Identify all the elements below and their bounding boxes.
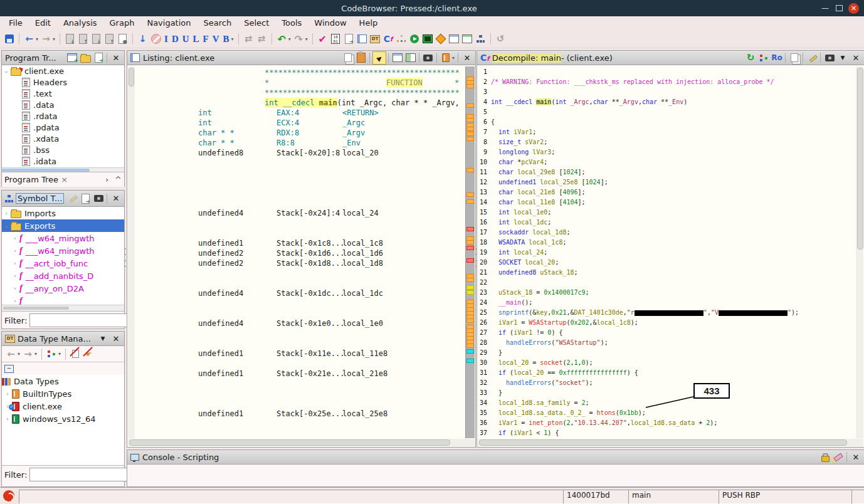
dtm-back-icon[interactable]: ←: [4, 347, 18, 361]
decompile-line[interactable]: 12 undefined1 local_25e8 [1024];: [479, 177, 855, 187]
replay-icon[interactable]: ↺: [494, 32, 507, 46]
change-marker[interactable]: [466, 290, 474, 295]
code-token[interactable]: handleErrors: [506, 379, 551, 386]
tab-close-icon[interactable]: ×: [61, 175, 68, 184]
decompile-line[interactable]: 3: [479, 87, 855, 97]
decompile-line[interactable]: 2/* WARNING: Function: ___chkstk_ms repl…: [479, 77, 855, 87]
menu-navigation[interactable]: Navigation: [140, 17, 197, 29]
decompile-line[interactable]: 20 SOCKET local_20;: [479, 258, 855, 268]
decompile-line[interactable]: 32 handleErrors("socket");: [479, 378, 855, 388]
decompile-line[interactable]: 23 uStack_18 = 0x1400017c9;: [479, 288, 855, 298]
decompile-snapshot-icon[interactable]: [823, 52, 836, 64]
code-token[interactable]: SOCKET: [498, 259, 521, 266]
listing-hscrollbar-thumb[interactable]: [129, 439, 450, 446]
refresh-icon[interactable]: ↻: [744, 52, 757, 64]
code-token[interactable]: WSADATA: [498, 239, 525, 246]
code-token[interactable]: 1024: [586, 179, 601, 186]
code-token[interactable]: [491, 419, 498, 426]
code-token[interactable]: [491, 429, 498, 436]
decompile-line[interactable]: 8 size_t sVar2;: [479, 137, 855, 147]
listing-view-icon[interactable]: [356, 32, 369, 46]
code-token[interactable]: uStack_18: [540, 269, 574, 276]
decompile-line[interactable]: 21 undefined8 uStack_18;: [479, 268, 855, 278]
code-token[interactable]: char: [593, 98, 608, 105]
function-signature[interactable]: int __cdecl main: [265, 98, 337, 108]
expand-icon[interactable]: ⌄: [2, 223, 11, 229]
change-marker[interactable]: [466, 240, 474, 244]
program-tree-item[interactable]: .pdata: [2, 122, 124, 133]
change-marker[interactable]: [466, 359, 474, 363]
code-token[interactable]: char: [642, 98, 657, 105]
decompile-line[interactable]: 33 }: [479, 388, 855, 398]
diamond-icon[interactable]: [435, 32, 448, 46]
console-close-icon[interactable]: ✕: [850, 451, 862, 463]
variable-storage[interactable]: Stack[-0x24]:4: [277, 208, 340, 218]
code-token[interactable]: char: [498, 159, 514, 165]
paste-icon[interactable]: [355, 52, 367, 64]
decompile-copy-icon[interactable]: [788, 52, 801, 64]
change-marker[interactable]: [466, 168, 474, 172]
decompile-line[interactable]: 15 int local_1e0;: [479, 207, 855, 218]
code-token[interactable]: [491, 339, 506, 346]
code-token[interactable]: [491, 229, 498, 236]
change-marker[interactable]: [466, 344, 474, 348]
listing-row[interactable]: ****************************************…: [136, 88, 465, 98]
code-token[interactable]: int: [498, 129, 510, 135]
listing-row[interactable]: int __cdecl main(int _Argc, char * * _Ar…: [136, 98, 465, 108]
code-token[interactable]: iVar1: [514, 129, 532, 135]
disk-image-icon[interactable]: ●: [116, 32, 129, 46]
code-token[interactable]: 4096: [562, 189, 577, 196]
code-token[interactable]: if: [498, 329, 506, 336]
back-dropdown-icon[interactable]: ▾: [36, 36, 38, 42]
dtm-forward-icon[interactable]: →: [21, 347, 34, 361]
code-token[interactable]: inet_pton: [529, 419, 562, 426]
code-token[interactable]: 0x1400017c9: [544, 289, 585, 296]
markup-i-icon[interactable]: I: [162, 34, 170, 45]
markup-f-icon[interactable]: F: [201, 34, 211, 45]
program-tree-item[interactable]: .idata: [2, 155, 124, 167]
code-token[interactable]: );: [638, 409, 646, 416]
symbol-tree-function-clipped[interactable]: ›f: [2, 295, 124, 305]
expand-icon[interactable]: ›: [11, 260, 19, 266]
decompile-line[interactable]: 37 if (iVar1 < 1) {: [479, 428, 855, 438]
listing-row[interactable]: undefined8Stack[-0x20]:8local_20: [136, 148, 465, 158]
decompile-line[interactable]: 25 snprintf(&key,0x21,&DAT_1401c30de,"r"…: [479, 308, 855, 318]
markup-d-icon[interactable]: D: [170, 34, 181, 45]
variable-storage[interactable]: Stack[-0x11e...: [277, 349, 344, 359]
letters-dropdown-icon[interactable]: ▾: [231, 36, 234, 42]
change-marker[interactable]: [466, 132, 474, 136]
program-tree-item[interactable]: .text: [2, 88, 124, 99]
code-token[interactable]: char: [498, 189, 514, 196]
symbol-table-icon[interactable]: [474, 32, 487, 46]
code-token[interactable]: local_1d8: [532, 229, 566, 236]
listing-row[interactable]: undefined4Stack[-0x1dc...local_1dc: [136, 288, 465, 298]
code-token[interactable]: ;: [586, 289, 589, 296]
dtm-filter-pointers-icon[interactable]: ☛: [82, 347, 95, 361]
code-token[interactable]: local_29e8: [517, 169, 555, 176]
code-token[interactable]: local_11e8: [517, 199, 555, 206]
code-token[interactable]: local_1d8.sa_data: [631, 419, 695, 426]
decompile-line[interactable]: 6{: [479, 117, 855, 127]
close-button[interactable]: ✕: [848, 3, 859, 14]
code-token[interactable]: key: [536, 309, 547, 316]
code-token[interactable]: [491, 289, 498, 296]
decompile-line[interactable]: 9 longlong lVar3;: [479, 147, 855, 157]
listing-row[interactable]: [136, 298, 465, 308]
code-token[interactable]: iVar1: [514, 429, 532, 436]
listing-row[interactable]: [136, 198, 465, 208]
code-token[interactable]: local_24: [514, 249, 544, 256]
menu-help[interactable]: Help: [353, 17, 384, 29]
code-token[interactable]: [: [555, 199, 562, 206]
decompile-edit-icon[interactable]: [806, 52, 818, 64]
code-token[interactable]: [491, 329, 498, 336]
variable-storage[interactable]: R8:8: [277, 138, 295, 148]
listing-row[interactable]: *FUNCTION*: [136, 78, 465, 88]
code-token[interactable]: undefined1: [498, 179, 536, 186]
listing-row[interactable]: [136, 328, 465, 339]
symbol-filter-input[interactable]: [29, 313, 130, 327]
bytes-viewer-icon[interactable]: 1001: [329, 32, 342, 46]
code-token[interactable]: 0x1bb: [619, 409, 638, 416]
program-tree-item[interactable]: Headers: [2, 76, 124, 88]
decompile-close-icon[interactable]: ✕: [850, 52, 862, 64]
code-token[interactable]: }: [491, 389, 502, 396]
